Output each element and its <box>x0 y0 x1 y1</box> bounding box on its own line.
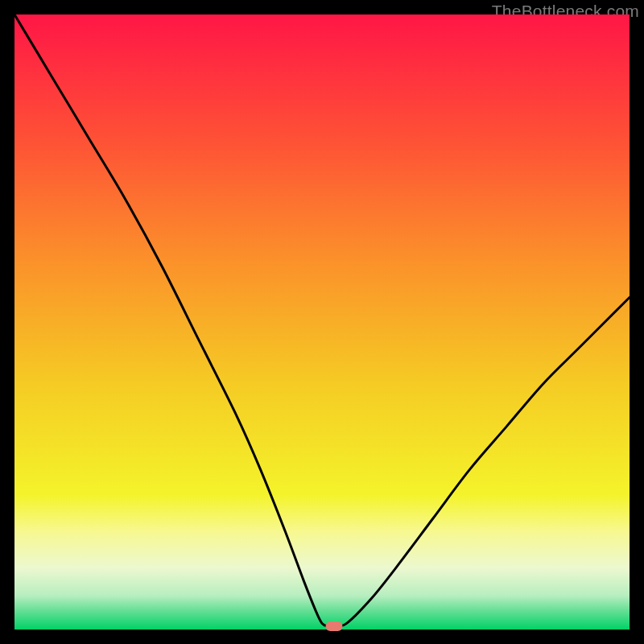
optimal-point-marker <box>326 621 343 631</box>
chart-stage: TheBottleneck.com <box>0 0 644 644</box>
plot-background <box>14 14 630 630</box>
bottleneck-chart <box>14 14 630 630</box>
